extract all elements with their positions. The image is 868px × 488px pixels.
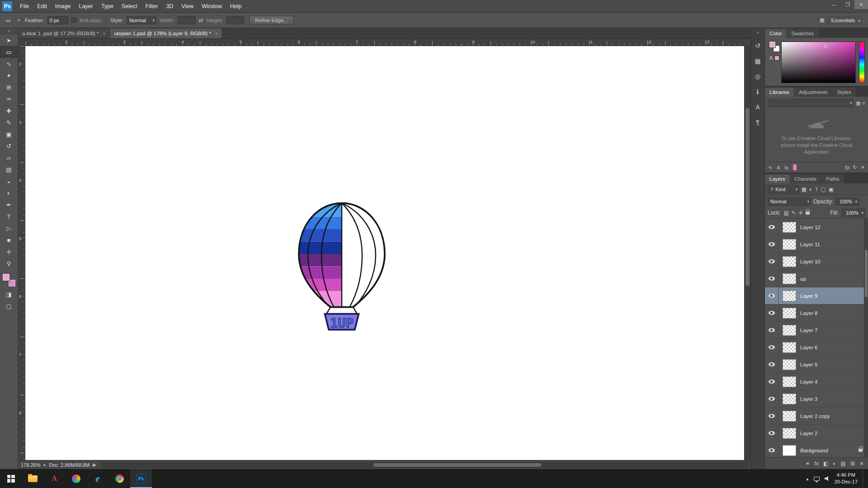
document-tab[interactable]: a-blok 1..psd @ 17.2% (RGB/8) *×: [18, 28, 110, 38]
panel-tab-adjustments[interactable]: Adjustments: [794, 88, 832, 97]
layer-row[interactable]: Layer 8: [765, 305, 868, 322]
properties-icon[interactable]: ◎: [752, 72, 764, 81]
opacity-input[interactable]: 100%: [835, 197, 859, 206]
spot-healing-brush-tool[interactable]: ✚: [0, 105, 18, 117]
layer-mask-icon[interactable]: ◧: [823, 460, 828, 467]
internet-explorer-icon[interactable]: e: [87, 469, 108, 488]
refine-edge-button[interactable]: Refine Edge...: [249, 16, 294, 25]
menu-window[interactable]: Window: [198, 0, 226, 12]
start-button[interactable]: [0, 469, 22, 488]
clock[interactable]: 4:46 PM 20-Dec-17: [835, 472, 858, 485]
zoom-level[interactable]: 178.26%: [21, 462, 40, 468]
menu-3d[interactable]: 3D: [162, 0, 177, 12]
character-icon[interactable]: A: [752, 103, 764, 112]
delete-layer-icon[interactable]: ✕: [859, 460, 864, 467]
layer-thumbnail[interactable]: [783, 291, 796, 301]
menu-edit[interactable]: Edit: [33, 0, 51, 12]
rectangular-marquee-tool[interactable]: ▭: [0, 46, 18, 58]
filter-type-layers-icon[interactable]: T: [815, 187, 818, 192]
autocad-icon[interactable]: A: [43, 469, 65, 488]
layer-row[interactable]: Layer 6: [765, 339, 868, 356]
visibility-toggle[interactable]: [765, 322, 778, 338]
visibility-toggle[interactable]: [765, 425, 778, 441]
layer-thumbnail[interactable]: [783, 394, 796, 404]
info-icon[interactable]: ℹ: [752, 87, 764, 96]
photoshop-logo[interactable]: Ps: [2, 1, 12, 11]
new-layer-icon[interactable]: ⊞: [850, 460, 855, 467]
visibility-toggle[interactable]: [765, 373, 778, 390]
visibility-toggle[interactable]: [765, 390, 778, 407]
lock-transparent-pixels-icon[interactable]: ▨: [784, 210, 789, 216]
quick-selection-tool[interactable]: ✦: [0, 70, 18, 81]
style-select[interactable]: Normal: [127, 16, 156, 24]
anti-alias-checkbox[interactable]: [71, 18, 76, 23]
horizontal-type-tool[interactable]: T: [0, 211, 18, 222]
add-layer-style-icon[interactable]: fx: [785, 165, 789, 170]
status-menu-arrow[interactable]: ▶: [93, 462, 96, 467]
swap-dimensions-icon[interactable]: ⇄: [199, 17, 203, 23]
swatches-icon[interactable]: ▦: [752, 56, 764, 66]
brush-tool[interactable]: ✎: [0, 117, 18, 128]
layer-row[interactable]: Layer 2: [765, 425, 868, 442]
photoshop-taskbar-icon[interactable]: Ps: [130, 469, 152, 488]
menu-type[interactable]: Type: [97, 0, 118, 12]
show-desktop-button[interactable]: [863, 469, 865, 488]
minimize-button[interactable]: —: [827, 0, 841, 9]
tool-preset-dropdown[interactable]: ▭: [2, 15, 22, 26]
libraries-dropdown[interactable]: [768, 99, 854, 107]
list-view-icon[interactable]: ≡: [863, 100, 865, 106]
filter-smart-objects-icon[interactable]: ▣: [829, 186, 834, 192]
filter-shape-layers-icon[interactable]: ▢: [821, 186, 826, 192]
current-color-swatch[interactable]: [774, 56, 779, 61]
history-icon[interactable]: ↺: [752, 41, 764, 50]
layer-row[interactable]: Layer 7: [765, 322, 868, 339]
visibility-toggle[interactable]: [765, 356, 778, 373]
layer-row[interactable]: Layer 3: [765, 390, 868, 408]
panel-tab-libraries[interactable]: Libraries: [765, 88, 794, 97]
adjustment-layer-icon[interactable]: ◐: [833, 460, 836, 467]
layer-thumbnail[interactable]: [783, 342, 796, 353]
layer-thumbnail[interactable]: [783, 256, 796, 267]
screen-mode-button[interactable]: ▢: [0, 300, 18, 312]
visibility-toggle[interactable]: [765, 253, 778, 270]
menu-help[interactable]: Help: [226, 0, 246, 12]
layer-thumbnail[interactable]: [783, 376, 796, 387]
filter-adjustment-layers-icon[interactable]: ◐: [809, 187, 812, 192]
visibility-toggle[interactable]: [765, 339, 778, 356]
panel-tab-color[interactable]: Color: [765, 29, 786, 38]
panel-tab-swatches[interactable]: Swatches: [787, 29, 818, 38]
blur-tool[interactable]: ◒: [0, 175, 18, 187]
panel-color-swatches[interactable]: [769, 42, 779, 52]
panel-tab-styles[interactable]: Styles: [832, 88, 855, 97]
visibility-toggle[interactable]: [765, 270, 778, 287]
adobe-stock-icon[interactable]: St: [844, 165, 849, 170]
tab-close-icon[interactable]: ×: [103, 31, 106, 36]
layer-thumbnail[interactable]: [783, 428, 796, 439]
menu-select[interactable]: Select: [118, 0, 142, 12]
quick-mask-button[interactable]: ◨: [0, 288, 18, 300]
layer-row[interactable]: Layer 9: [765, 287, 868, 305]
layer-thumbnail[interactable]: [783, 273, 796, 284]
document-tab[interactable]: utopian 1.psd @ 178% (Layer 9, RGB/8) *×: [110, 28, 222, 38]
pen-tool[interactable]: ✒: [0, 199, 18, 211]
lock-image-pixels-icon[interactable]: ✎: [792, 210, 796, 216]
visibility-toggle[interactable]: [765, 305, 778, 321]
collapse-panels-icon[interactable]: «: [752, 29, 764, 35]
add-color-icon[interactable]: ▉: [793, 164, 797, 170]
hue-slider[interactable]: [859, 42, 865, 83]
layers-scrollbar[interactable]: [864, 219, 868, 457]
volume-icon[interactable]: [825, 476, 830, 481]
visibility-toggle[interactable]: [765, 442, 778, 457]
dodge-tool[interactable]: ◐: [0, 187, 18, 199]
add-character-style-icon[interactable]: A: [777, 165, 780, 170]
grid-view-icon[interactable]: ▦: [856, 100, 860, 106]
vertical-scrollbar-thumb[interactable]: [745, 108, 750, 286]
zoom-tool[interactable]: ⚲: [0, 258, 18, 269]
vertical-scrollbar[interactable]: [744, 46, 750, 460]
status-expand-icon[interactable]: ▸: [43, 462, 46, 467]
layer-thumbnail[interactable]: [783, 222, 796, 233]
layer-row[interactable]: Layer 4: [765, 373, 868, 390]
document-canvas[interactable]: 1UP: [25, 46, 744, 460]
panel-tab-layers[interactable]: Layers: [765, 174, 790, 183]
visibility-toggle[interactable]: [765, 287, 778, 304]
